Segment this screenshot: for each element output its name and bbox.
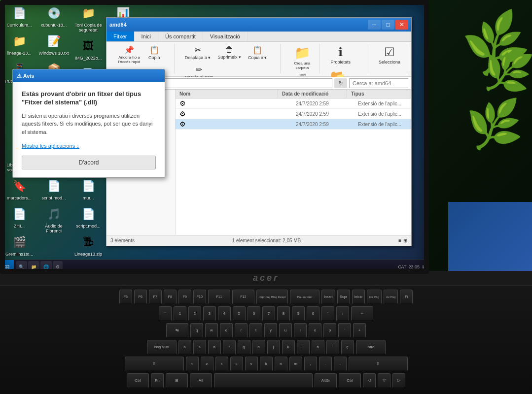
key-2[interactable]: 2 xyxy=(188,306,201,321)
key-n[interactable]: ñ xyxy=(312,340,324,355)
properties-button[interactable]: ℹ Propietats xyxy=(328,44,353,66)
table-row[interactable]: ⚙ 24/7/2020 2:59 Extensió de l'aplic... xyxy=(176,98,411,109)
key-fi[interactable]: Fi xyxy=(400,290,413,304)
desktop-icon-6[interactable]: 🔖marcadors... xyxy=(2,175,36,202)
key-0[interactable]: 0 xyxy=(307,306,319,321)
key-f10[interactable]: F10 xyxy=(193,290,206,304)
key-tilde[interactable]: ´ xyxy=(326,340,339,355)
key-j[interactable]: j xyxy=(267,340,280,355)
key-1[interactable]: 1 xyxy=(174,306,186,321)
key-supr[interactable]: Supr xyxy=(337,290,350,304)
key-intro[interactable]: Intro xyxy=(356,340,386,355)
key-plus[interactable]: + xyxy=(353,323,366,338)
key-left-arrow[interactable]: ◁ xyxy=(363,373,376,388)
key-m[interactable]: m xyxy=(289,357,302,371)
key-repag[interactable]: Re Pàg xyxy=(367,290,382,304)
close-button[interactable]: ✕ xyxy=(395,20,408,30)
key-q[interactable]: q xyxy=(190,323,203,338)
key-h[interactable]: h xyxy=(252,340,265,355)
tab-us-compartit[interactable]: Ús compartit xyxy=(158,32,203,41)
key-f8[interactable]: F8 xyxy=(164,290,177,304)
key-bloq-num[interactable]: Blog Num xyxy=(147,340,177,355)
key-9[interactable]: 9 xyxy=(292,306,305,321)
key-r[interactable]: r xyxy=(235,323,248,338)
key-5[interactable]: 5 xyxy=(233,306,246,321)
desktop-icon-24[interactable]: 📄script.mod... xyxy=(71,203,105,230)
key-f6[interactable]: F6 xyxy=(134,290,147,304)
key-i[interactable]: i xyxy=(294,323,307,338)
view-details-button[interactable]: ≡ xyxy=(398,238,401,243)
key-ctrl-left[interactable]: Ctrl xyxy=(127,373,149,388)
desktop-icon-8[interactable]: 🎬Gremlins1to... xyxy=(2,231,36,259)
key-ctrl-right[interactable]: Ctrl xyxy=(339,373,361,388)
key-apos[interactable]: ' xyxy=(321,306,334,321)
show-apps-link[interactable]: Mostra les aplicacions ↓ xyxy=(22,143,156,149)
key-avpag[interactable]: Av Pàg xyxy=(384,290,398,304)
desktop-icon-17[interactable]: 📁Toni Copia de seguretat xyxy=(71,2,105,34)
key-o[interactable]: o xyxy=(309,323,321,338)
tab-fitxer[interactable]: Fitxer xyxy=(106,32,135,41)
key-e[interactable]: e xyxy=(220,323,233,338)
key-pausa[interactable]: Pausa Inter xyxy=(290,290,319,304)
key-accent[interactable]: ` xyxy=(338,323,351,338)
pin-button[interactable]: 📌 Ancora-ho a l'Accés ràpid xyxy=(114,44,144,66)
table-row[interactable]: ⚙ 24/7/2020 2:59 Extensió de l'aplic... xyxy=(176,109,411,119)
key-4[interactable]: 4 xyxy=(218,306,231,321)
key-g[interactable]: g xyxy=(238,340,250,355)
key-c[interactable]: c xyxy=(230,357,243,371)
copy-to-button[interactable]: 📋 Copia a ▾ xyxy=(246,44,270,62)
key-fn[interactable]: Fn xyxy=(151,373,164,388)
tab-visualitzacio[interactable]: Visualització xyxy=(203,32,248,41)
minimize-button[interactable]: ─ xyxy=(368,20,381,30)
ok-button[interactable]: D'acord xyxy=(22,156,156,169)
table-row[interactable]: ⚙ 24/7/2020 2:59 Extensió de l'aplic... xyxy=(176,119,411,130)
key-c-ced[interactable]: ç xyxy=(341,340,354,355)
search-input[interactable] xyxy=(349,78,408,88)
key-t[interactable]: t xyxy=(249,323,262,338)
desktop-icon-1[interactable]: 📁lineage-13... xyxy=(2,31,36,58)
key-win[interactable]: ⊞ xyxy=(166,373,188,388)
key-v[interactable]: v xyxy=(245,357,258,371)
desktop-icon-10[interactable]: 📝Windows 10.txt xyxy=(37,31,71,58)
desktop-icon-0[interactable]: 📄Curriculum... xyxy=(2,2,36,30)
key-w[interactable]: w xyxy=(205,323,218,338)
key-altgr[interactable]: AltGr xyxy=(315,373,337,388)
key-m-n[interactable]: n xyxy=(275,357,287,371)
key-shift-left[interactable]: ⇧ xyxy=(125,357,184,371)
key-8[interactable]: 8 xyxy=(277,306,290,321)
key-backtick[interactable]: º xyxy=(159,306,172,321)
key-s[interactable]: s xyxy=(193,340,206,355)
key-tab[interactable]: ↹ xyxy=(166,323,188,338)
key-space[interactable] xyxy=(214,373,313,388)
key-f5[interactable]: F5 xyxy=(119,290,132,304)
key-k[interactable]: k xyxy=(282,340,295,355)
select-button[interactable]: ☑ Selecciona xyxy=(376,44,403,66)
delete-button[interactable]: 🗑 Suprimeix ▾ xyxy=(215,44,244,62)
key-6[interactable]: 6 xyxy=(248,306,260,321)
new-folder-button[interactable]: 📁 Crea una carpeta xyxy=(288,44,316,71)
move-button[interactable]: ✂ Desplaça a ▾ xyxy=(182,44,213,62)
key-f11[interactable]: F11 xyxy=(208,290,230,304)
key-f[interactable]: f xyxy=(223,340,236,355)
key-insert[interactable]: Insert xyxy=(321,290,335,304)
key-backspace[interactable]: ← xyxy=(351,306,373,321)
key-7[interactable]: 7 xyxy=(262,306,275,321)
key-comma[interactable]: , xyxy=(304,357,317,371)
key-lt[interactable]: < xyxy=(186,357,199,371)
key-u[interactable]: u xyxy=(279,323,292,338)
key-f7[interactable]: F7 xyxy=(149,290,162,304)
key-x[interactable]: x xyxy=(215,357,228,371)
key-f9[interactable]: F9 xyxy=(178,290,191,304)
key-period[interactable]: . xyxy=(319,357,332,371)
key-dash[interactable]: - xyxy=(334,357,347,371)
key-impr[interactable]: Impr pàg Blog Despl xyxy=(256,290,288,304)
address-refresh-button[interactable]: ↻ xyxy=(334,78,347,88)
tab-inici[interactable]: Inici xyxy=(135,32,159,41)
key-y[interactable]: y xyxy=(264,323,277,338)
view-icons-button[interactable]: ⊞ xyxy=(403,238,407,243)
key-inicio[interactable]: Inicio xyxy=(352,290,365,304)
key-shift-right[interactable]: ⇧ xyxy=(349,357,408,371)
desktop-icon-18[interactable]: 🖼IMG_2022o... xyxy=(71,35,105,63)
key-d[interactable]: d xyxy=(208,340,221,355)
copy-button[interactable]: 📋 Copia xyxy=(146,44,163,66)
